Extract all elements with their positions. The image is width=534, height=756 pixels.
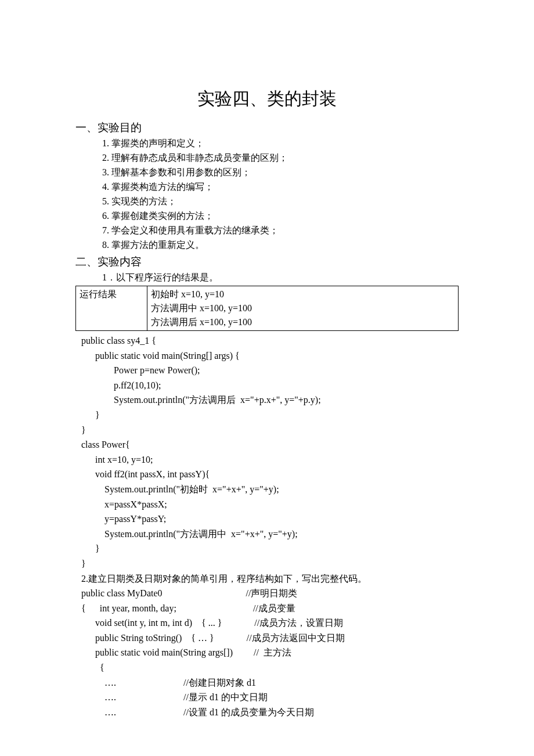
- result-line: 方法调用后 x=100, y=100: [151, 315, 454, 329]
- code-line: d1: [207, 707, 221, 717]
- code-line: …. //: [81, 707, 189, 717]
- code-line: public static void main(String[] args) {: [81, 351, 240, 361]
- code-line: }: [81, 410, 100, 420]
- content-item-1: 1．以下程序运行的结果是。: [102, 271, 459, 285]
- code-line: class Power{: [81, 440, 130, 449]
- code-line: public class MyDate0 //: [81, 588, 251, 598]
- code-line: int x=10, y=10;: [81, 455, 153, 465]
- purpose-item: 2. 理解有静态成员和非静态成员变量的区别；: [102, 151, 459, 165]
- code-line: y=passY*passY;: [81, 514, 166, 524]
- code-cjk: 成员变量: [258, 603, 295, 613]
- result-value-cell: 初始时 x=10, y=10 方法调用中 x=100, y=100 方法调用后 …: [147, 286, 459, 331]
- code-line: x="+x+", y="+y);: [208, 484, 279, 494]
- document-title: 实验四、类的封装: [75, 87, 459, 111]
- code-line: System.out.println(": [81, 529, 180, 539]
- code-line: p.ff2(10,10);: [81, 380, 161, 390]
- code-line: System.out.println(": [81, 395, 189, 405]
- code-line: public String toString() { … } //: [81, 633, 252, 643]
- code-line: x="+p.x+", y="+p.y);: [236, 395, 320, 405]
- purpose-item: 8. 掌握方法的重新定义。: [102, 238, 459, 252]
- code-line: d1: [244, 678, 256, 687]
- code-cjk: 成员方法，设置日期: [259, 618, 343, 628]
- purpose-item: 6. 掌握创建类实例的方法；: [102, 209, 459, 223]
- code-line: }: [81, 543, 100, 553]
- code-cjk: 创建日期对象: [189, 678, 244, 687]
- code-cjk: 显示: [189, 692, 207, 702]
- code-line: d1: [207, 692, 221, 702]
- purpose-item: 4. 掌握类构造方法的编写；: [102, 180, 459, 194]
- code-cjk: 设置: [189, 707, 207, 717]
- document-page: 实验四、类的封装 一、实验目的 1. 掌握类的声明和定义； 2. 理解有静态成员…: [0, 0, 534, 748]
- code-line: }: [81, 559, 86, 568]
- code-line: void set(int y, int m, int d) { ... } //: [81, 618, 259, 628]
- code-block-2: public class MyDate0 //声明日期类 { int year,…: [81, 586, 459, 719]
- purpose-item: 3. 理解基本参数和引用参数的区别；: [102, 165, 459, 179]
- code-line: x=passX*passX;: [81, 499, 167, 509]
- section-content-heading: 二、实验内容: [75, 254, 459, 269]
- result-label-cell: 运行结果: [76, 286, 147, 331]
- content-item-2: 2.建立日期类及日期对象的简单引用，程序结构如下，写出完整代码。: [81, 571, 459, 586]
- code-cjk: 方法调用后: [189, 395, 236, 405]
- code-line: void ff2(int passX, int passY){: [81, 469, 210, 479]
- purpose-item: 5. 实现类的方法；: [102, 195, 459, 208]
- code-line: public static void main(String args[]) /…: [81, 647, 264, 657]
- result-line: 方法调用中 x=100, y=100: [151, 301, 454, 315]
- code-cjk: 成员方法返回中文日期: [252, 633, 345, 643]
- purpose-item: 1. 掌握类的声明和定义；: [102, 136, 459, 150]
- code-line: public class sy4_1 {: [81, 336, 156, 345]
- code-cjk: 主方法: [264, 647, 291, 657]
- code-cjk: 初始时: [180, 484, 208, 494]
- code-line: …. //: [81, 678, 189, 687]
- code-cjk: 方法调用中: [180, 529, 226, 539]
- code-line: }: [81, 425, 86, 435]
- result-line: 初始时 x=10, y=10: [151, 287, 454, 301]
- run-result-table: 运行结果 初始时 x=10, y=10 方法调用中 x=100, y=100 方…: [75, 286, 459, 331]
- code-cjk: 的成员变量为今天日期: [221, 707, 314, 717]
- code-line: {: [81, 663, 104, 672]
- code-line: System.out.println(": [81, 484, 180, 494]
- code-line: …. //: [81, 692, 189, 702]
- code-line: { int year, month, day; //: [81, 603, 258, 613]
- code-block-1: public class sy4_1 { public static void …: [81, 333, 459, 571]
- purpose-item: 7. 学会定义和使用具有重载方法的继承类；: [102, 224, 459, 237]
- code-cjk: 的中文日期: [221, 692, 268, 702]
- code-line: x="+x+", y="+y);: [226, 529, 297, 539]
- code-cjk: 声明日期类: [251, 588, 297, 598]
- section-purpose-heading: 一、实验目的: [75, 120, 459, 135]
- code-line: Power p=new Power();: [81, 365, 200, 375]
